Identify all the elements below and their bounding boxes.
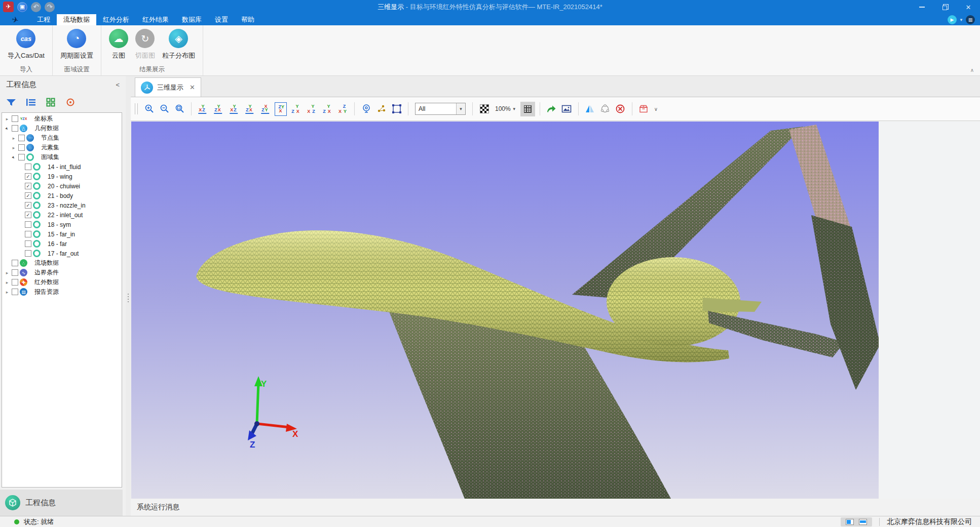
- save-button[interactable]: ▣: [17, 2, 27, 12]
- visibility-checkbox[interactable]: [18, 135, 25, 141]
- menu-item-帮助[interactable]: 帮助: [235, 14, 261, 25]
- tree-item[interactable]: ▸∿边界条件: [2, 268, 122, 277]
- clear-icon[interactable]: [614, 102, 627, 116]
- smooth-icon[interactable]: [598, 102, 612, 116]
- visibility-checkbox[interactable]: [12, 115, 18, 122]
- view-orientation-button[interactable]: YZX: [243, 102, 255, 116]
- transparency-icon[interactable]: [477, 102, 491, 116]
- tree-item[interactable]: ▸面域集: [2, 152, 122, 162]
- view-orientation-button[interactable]: YZX: [290, 102, 303, 116]
- redo-button[interactable]: ↷: [45, 2, 55, 12]
- zoom-fit-button[interactable]: [173, 102, 186, 116]
- ribbon-button-粒子分布图[interactable]: ◈粒子分布图: [159, 29, 199, 60]
- tree-item[interactable]: ▸▤报告资源: [2, 287, 122, 297]
- filter-icon[interactable]: [5, 96, 17, 108]
- ribbon-button-周期面设置[interactable]: ◔周期面设置: [57, 29, 97, 60]
- zoom-in-button[interactable]: [142, 102, 156, 116]
- expander-icon[interactable]: ▸: [11, 145, 17, 150]
- mirror-icon[interactable]: [583, 102, 597, 116]
- package-caret-icon[interactable]: ∨: [652, 106, 660, 112]
- menu-item-工程[interactable]: 工程: [30, 14, 57, 25]
- tab-close-icon[interactable]: ✕: [190, 84, 195, 91]
- minimize-button[interactable]: [910, 0, 933, 14]
- tree-item[interactable]: ▸△几何数据: [2, 124, 122, 133]
- view-orientation-button[interactable]: ZXY: [337, 102, 350, 116]
- panel-footer[interactable]: 工程信息: [0, 490, 123, 516]
- ribbon-button-导入Cas/Dat[interactable]: cas导入Cas/Dat: [4, 29, 48, 60]
- tree-item[interactable]: ▸YZX坐标系: [2, 114, 122, 124]
- visibility-checkbox[interactable]: [25, 221, 31, 228]
- expander-icon[interactable]: ▸: [4, 280, 10, 285]
- visibility-checkbox[interactable]: ✓: [25, 183, 31, 189]
- mesh-toggle-button[interactable]: [520, 102, 535, 116]
- visibility-checkbox[interactable]: [12, 260, 18, 266]
- outline-list-icon[interactable]: [25, 96, 37, 108]
- panel-splitter[interactable]: [126, 76, 131, 516]
- probe-icon[interactable]: [359, 102, 373, 116]
- expander-icon[interactable]: ▸: [11, 136, 17, 141]
- tree-item[interactable]: ▸⋯节点集: [2, 133, 122, 143]
- tree-item[interactable]: ✓19 - wing: [2, 172, 122, 181]
- package-icon[interactable]: [637, 102, 651, 116]
- tree-item[interactable]: 15 - far_in: [2, 229, 122, 239]
- menu-item-数据库[interactable]: 数据库: [175, 14, 208, 25]
- grid-view-icon[interactable]: [45, 96, 57, 108]
- tree-item[interactable]: ✓20 - chuiwei: [2, 181, 122, 191]
- tree-item[interactable]: 16 - far: [2, 239, 122, 249]
- dropdown-arrow-icon[interactable]: ▼: [456, 103, 465, 114]
- expander-icon[interactable]: ▸: [4, 290, 10, 295]
- expander-icon[interactable]: ▸: [4, 270, 10, 275]
- visibility-checkbox[interactable]: ✓: [25, 212, 31, 218]
- undo-button[interactable]: ↶: [31, 2, 41, 12]
- caret-down-icon[interactable]: ▼: [959, 18, 963, 22]
- visibility-checkbox[interactable]: [18, 154, 25, 160]
- visibility-checkbox[interactable]: [25, 164, 31, 170]
- tree-item[interactable]: 17 - far_out: [2, 249, 122, 258]
- view-orientation-button[interactable]: YXZ: [196, 102, 208, 116]
- visibility-checkbox[interactable]: [18, 144, 25, 151]
- menu-item-设置[interactable]: 设置: [208, 14, 235, 25]
- menu-item-流场数据[interactable]: 流场数据: [57, 14, 96, 25]
- expander-icon[interactable]: ▸: [10, 153, 18, 161]
- menu-item-红外结果[interactable]: 红外结果: [136, 14, 175, 25]
- zoom-level-dropdown[interactable]: 100% ▼: [493, 105, 519, 112]
- visibility-checkbox[interactable]: ✓: [25, 173, 31, 180]
- expander-icon[interactable]: ▸: [4, 116, 10, 121]
- close-button[interactable]: ✕: [957, 0, 980, 14]
- layout-top-icon[interactable]: [859, 519, 867, 525]
- ribbon-button-云图[interactable]: ☁云图: [105, 29, 132, 60]
- panel-collapse-button[interactable]: <: [116, 81, 120, 89]
- tree-item[interactable]: ∴流场数据: [2, 258, 122, 268]
- toolbar-drag-handle[interactable]: [135, 103, 138, 114]
- theme-button[interactable]: ▶: [948, 15, 957, 24]
- visibility-checkbox[interactable]: [12, 289, 18, 295]
- tree-item[interactable]: ✓21 - body: [2, 191, 122, 200]
- view-orientation-button[interactable]: ZYX: [275, 102, 287, 116]
- tab-3d-view[interactable]: 三维显示 ✕: [135, 77, 201, 97]
- tree-item[interactable]: ✓23 - nozzle_in: [2, 200, 122, 210]
- view-orientation-button[interactable]: YZX: [212, 102, 224, 116]
- restore-button[interactable]: [933, 0, 957, 14]
- ribbon-collapse-icon[interactable]: ∧: [970, 67, 974, 73]
- tree-item[interactable]: 14 - int_fluid: [2, 162, 122, 172]
- menu-item-红外分析[interactable]: 红外分析: [96, 14, 136, 25]
- tree-item[interactable]: ✓22 - inlet_out: [2, 210, 122, 220]
- snapshot-icon[interactable]: [560, 102, 574, 116]
- visibility-checkbox[interactable]: [25, 250, 31, 257]
- visibility-checkbox[interactable]: [12, 125, 18, 132]
- visibility-checkbox[interactable]: [12, 269, 18, 276]
- box-select-icon[interactable]: [390, 102, 403, 116]
- visibility-checkbox[interactable]: ✓: [25, 202, 31, 209]
- particles-icon[interactable]: [374, 102, 388, 116]
- view-orientation-button[interactable]: YXZ: [228, 102, 240, 116]
- view-orientation-button[interactable]: XZY: [259, 102, 271, 116]
- 3d-viewport[interactable]: Y X Z: [131, 121, 879, 499]
- export-arrow-icon[interactable]: [545, 102, 558, 116]
- locate-icon[interactable]: [64, 96, 77, 108]
- tree-item[interactable]: 18 - sym: [2, 220, 122, 229]
- view-orientation-button[interactable]: YXZ: [306, 102, 318, 116]
- zoom-out-button[interactable]: [158, 102, 171, 116]
- tree-item[interactable]: ▸◌元素集: [2, 143, 122, 152]
- visibility-checkbox[interactable]: [12, 279, 18, 286]
- tree-item[interactable]: ▸✚红外数据: [2, 277, 122, 287]
